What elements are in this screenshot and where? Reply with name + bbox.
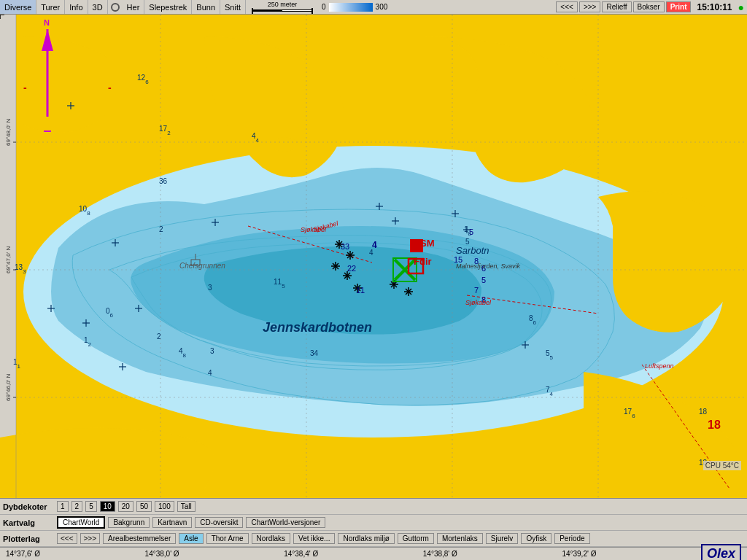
svg-text:18: 18 xyxy=(708,419,721,431)
svg-text:Jennskardbotnen: Jennskardbotnen xyxy=(263,320,372,335)
menu-slepestrek[interactable]: Slepestrek xyxy=(144,0,192,14)
depth-range-label: 300 xyxy=(376,3,388,11)
plot-oyfisk[interactable]: Oyfisk xyxy=(521,533,551,544)
plot-sjurelv[interactable]: Sjurelv xyxy=(486,533,519,544)
chart-btn-chartworld[interactable]: ChartWorld xyxy=(57,516,105,529)
map-container[interactable]: N - - 126 172 44 36 108 133 06 12 11 48 … xyxy=(0,15,747,520)
plot-nordlaks[interactable]: Nordlaks xyxy=(252,533,290,544)
right-controls: <<< >>> Relieff Bokser Print 15:10:11 ● xyxy=(556,1,747,13)
menu-diverse[interactable]: Diverse xyxy=(0,0,36,14)
svg-text:Sjøkabel: Sjøkabel xyxy=(465,299,492,306)
svg-text:33: 33 xyxy=(341,242,349,251)
menu-her[interactable]: Her xyxy=(123,0,145,14)
depth-btn-tall[interactable]: Tall xyxy=(177,501,196,512)
plotterlag-label: Plotterlag xyxy=(3,534,54,543)
svg-text:Luftspenn: Luftspenn xyxy=(645,362,674,370)
plot-thor-arne[interactable]: Thor Arne xyxy=(206,533,249,544)
chart-btn-kartnavn[interactable]: Kartnavn xyxy=(152,517,192,528)
menu-turer[interactable]: Turer xyxy=(36,0,65,14)
gradient-bar xyxy=(329,3,373,12)
map-svg: N - - 126 172 44 36 108 133 06 12 11 48 … xyxy=(0,15,747,520)
svg-point-3 xyxy=(271,137,298,152)
depth-btn-100[interactable]: 100 xyxy=(155,501,174,512)
nav-back-btn[interactable]: <<< xyxy=(556,1,578,12)
coord-bottom-center: 14°38,4' Ø xyxy=(284,550,318,558)
depth-btn-20[interactable]: 20 xyxy=(118,501,133,512)
svg-text:11: 11 xyxy=(356,286,365,295)
nav-fwd-btn[interactable]: >>> xyxy=(579,1,601,12)
chart-btn-bakgrunn[interactable]: Bakgrunn xyxy=(108,517,150,528)
time-display: 15:10:11 xyxy=(692,2,736,12)
svg-text:3: 3 xyxy=(208,284,212,292)
depth-gradient: 0 300 xyxy=(319,3,390,12)
svg-text:5: 5 xyxy=(481,276,486,284)
coord-bar: 14°37,6' Ø 14°38,0' Ø 14°38,4' Ø 14°38,8… xyxy=(0,547,747,560)
plot-nordlaks-miljo[interactable]: Nordlaks miljø xyxy=(338,533,394,544)
svg-text:3: 3 xyxy=(210,347,214,355)
scale-label: 250 meter xyxy=(268,1,298,8)
svg-text:Chefsgrunnen: Chefsgrunnen xyxy=(179,262,225,270)
svg-text:2: 2 xyxy=(159,225,163,233)
coord-bottom-left: 14°37,6' Ø xyxy=(6,550,40,558)
menu-bunn[interactable]: Bunn xyxy=(192,0,220,14)
print-btn[interactable]: Print xyxy=(666,1,692,12)
depth-btn-1[interactable]: 1 xyxy=(57,501,69,512)
olex-logo: Olex xyxy=(701,544,741,560)
svg-text:4: 4 xyxy=(208,369,212,377)
svg-text:69°48,0' N: 69°48,0' N xyxy=(5,119,12,146)
svg-text:69°46,0' N: 69°46,0' N xyxy=(5,374,12,401)
svg-text:SM: SM xyxy=(420,238,435,249)
cpu-info: CPU 54°C xyxy=(703,461,741,470)
plot-mortenlaks[interactable]: Mortenlaks xyxy=(437,533,483,544)
svg-text:Fdir: Fdir xyxy=(414,256,432,267)
menu-3d[interactable]: 3D xyxy=(88,0,108,14)
kartvalg-label: Kartvalg xyxy=(3,518,54,527)
coord-bottom-right: 14°39,2' Ø xyxy=(562,550,596,558)
plot-vet-ikke[interactable]: Vet ikke... xyxy=(293,533,335,544)
svg-text:7: 7 xyxy=(474,286,479,295)
bokser-btn[interactable]: Bokser xyxy=(633,1,665,12)
depth-btn-50[interactable]: 50 xyxy=(136,501,152,512)
plot-asle[interactable]: Asle xyxy=(179,533,203,544)
svg-text:2: 2 xyxy=(157,332,161,341)
svg-text:22: 22 xyxy=(347,264,356,273)
coord-bottom-center-left: 14°38,0' Ø xyxy=(145,550,179,558)
svg-text:34: 34 xyxy=(310,349,319,357)
kartvalg-row: Kartvalg ChartWorld Bakgrunn Kartnavn CD… xyxy=(0,515,747,531)
chart-btn-cd-oversikt[interactable]: CD-oversikt xyxy=(195,517,243,528)
depth-btn-5[interactable]: 5 xyxy=(85,501,97,512)
plot-nav-back[interactable]: <<< xyxy=(57,533,77,544)
clock-icon: ● xyxy=(738,1,744,13)
svg-text:-: - xyxy=(108,82,112,93)
plot-nav-fwd[interactable]: >>> xyxy=(80,533,101,544)
dybdekoter-label: Dybdekoter xyxy=(3,502,54,511)
svg-text:5: 5 xyxy=(469,228,473,236)
svg-text:4: 4 xyxy=(372,240,377,250)
coord-bottom-center-right: 14°38,8' Ø xyxy=(423,550,457,558)
svg-text:Malnesfjorden, Svavik: Malnesfjorden, Svavik xyxy=(456,262,521,270)
depth-btn-10[interactable]: 10 xyxy=(100,501,115,512)
svg-text:-: - xyxy=(23,82,27,93)
dybdekoter-row: Dybdekoter 1 2 5 10 20 50 100 Tall xyxy=(0,499,747,515)
depth-btn-2[interactable]: 2 xyxy=(71,501,83,512)
plot-guttorm[interactable]: Guttorm xyxy=(398,533,434,544)
top-menu-bar: Diverse Turer Info 3D Her Slepestrek Bun… xyxy=(0,0,747,15)
svg-text:18: 18 xyxy=(699,408,708,416)
plotterlag-row: Plotterlag <<< >>> Arealbestemmelser Asl… xyxy=(0,531,747,547)
svg-text:69°47,0' N: 69°47,0' N xyxy=(5,246,12,273)
relief-btn[interactable]: Relieff xyxy=(602,1,631,12)
plot-arealbestemmelser[interactable]: Arealbestemmelser xyxy=(103,533,176,544)
chart-btn-chartworld-ver[interactable]: ChartWorld-versjoner xyxy=(246,517,325,528)
scale-bar: 250 meter xyxy=(246,1,319,14)
svg-text:Sarbotn: Sarbotn xyxy=(456,245,489,256)
menu-snitt[interactable]: Snitt xyxy=(220,0,246,14)
svg-text:36: 36 xyxy=(159,177,168,185)
menu-info[interactable]: Info xyxy=(65,0,88,14)
plot-periode[interactable]: Periode xyxy=(554,533,589,544)
svg-text:N: N xyxy=(44,18,50,27)
bottom-panels: Dybdekoter 1 2 5 10 20 50 100 Tall Kartv… xyxy=(0,498,747,560)
